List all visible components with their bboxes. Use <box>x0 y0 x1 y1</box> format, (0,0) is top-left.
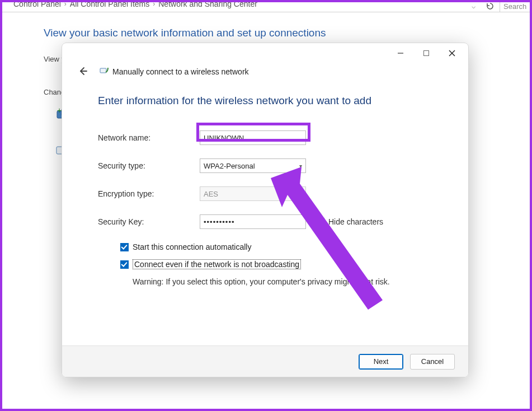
svg-rect-9 <box>100 68 106 73</box>
minimize-button[interactable] <box>388 45 413 61</box>
svg-text:+: + <box>57 106 62 115</box>
title-bar <box>62 43 468 63</box>
cancel-button[interactable]: Cancel <box>410 354 455 370</box>
refresh-button[interactable] <box>481 2 500 12</box>
close-button[interactable] <box>439 45 465 61</box>
dialog-heading: Enter information for the wireless netwo… <box>98 95 432 107</box>
next-button[interactable]: Next <box>359 354 403 370</box>
dialog-header-row: Manually connect to a wireless network <box>62 63 468 80</box>
back-arrow-icon[interactable] <box>78 66 89 77</box>
breadcrumb-1[interactable]: All Control Panel Items <box>70 2 149 8</box>
security-type-label: Security type: <box>98 161 200 170</box>
encryption-type-select: AES ▾ <box>200 186 306 201</box>
network-name-label: Network name: <box>98 133 200 142</box>
security-type-select[interactable]: WPA2-Personal ▾ <box>200 158 306 173</box>
connect-not-broadcasting-label: Connect even if the network is not broad… <box>133 259 301 269</box>
breadcrumb-0[interactable]: Control Panel <box>13 2 61 8</box>
manual-connect-dialog: Manually connect to a wireless network E… <box>62 43 469 377</box>
chevron-right-icon: › <box>153 2 155 8</box>
chevron-down-icon[interactable]: ⌵ <box>466 2 481 10</box>
connect-not-broadcasting-checkbox[interactable] <box>120 260 129 269</box>
security-key-label: Security Key: <box>98 217 200 226</box>
hide-characters-label: Hide characters <box>328 217 383 226</box>
hide-characters-checkbox[interactable] <box>316 218 324 226</box>
encryption-type-value: AES <box>204 190 218 198</box>
start-auto-label: Start this connection automatically <box>133 242 251 251</box>
chevron-down-icon: ▾ <box>299 191 302 197</box>
address-bar: Control Panel › All Control Panel Items … <box>2 2 530 12</box>
search-input[interactable]: Search <box>500 2 528 12</box>
breadcrumb-2[interactable]: Network and Sharing Center <box>158 2 257 8</box>
wireless-network-icon <box>99 66 109 78</box>
dialog-title: Manually connect to a wireless network <box>112 67 249 76</box>
security-key-input[interactable] <box>200 214 306 229</box>
warning-text: Warning: If you select this option, your… <box>133 277 432 286</box>
chevron-right-icon: › <box>64 2 67 8</box>
dialog-footer: Next Cancel <box>62 345 468 377</box>
chevron-down-icon: ▾ <box>299 163 302 169</box>
security-type-value: WPA2-Personal <box>204 162 255 170</box>
page-heading: View your basic network information and … <box>44 27 502 39</box>
maximize-button[interactable] <box>413 45 439 61</box>
encryption-type-label: Encryption type: <box>98 189 200 198</box>
network-name-input[interactable] <box>200 130 306 145</box>
start-auto-checkbox[interactable] <box>120 243 129 251</box>
